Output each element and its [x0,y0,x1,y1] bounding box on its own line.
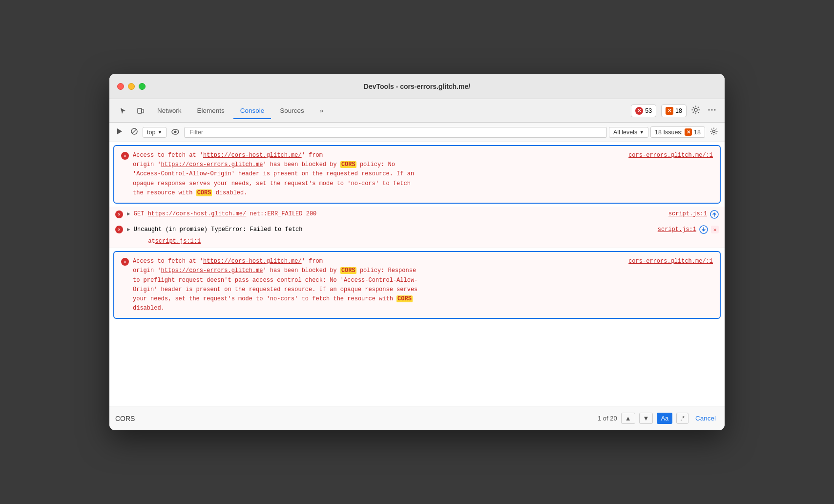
cors-badge-2: CORS [196,189,212,196]
gear-icon [691,105,700,114]
svg-rect-0 [138,108,142,113]
context-selector[interactable]: top ▼ [143,127,167,138]
warning-badge-icon: ✕ [666,107,673,115]
warning-count-badge[interactable]: ✕ 18 [661,105,687,117]
eye-icon [171,129,179,135]
svg-point-3 [709,109,710,110]
log-levels-selector[interactable]: All levels ▼ [609,127,648,138]
search-next-btn[interactable]: ▼ [639,413,653,424]
close-button[interactable] [117,83,124,90]
tab-network[interactable]: Network [150,103,188,119]
svg-point-4 [711,109,713,110]
source-link-2[interactable]: script.js:1 [668,210,707,219]
search-input[interactable] [115,415,594,422]
error-text-1: Access to fetch at 'https://cors-host.gl… [133,151,713,198]
search-count: 1 of 20 [598,415,617,422]
console-error-entry-2: ✕ ▶ GET https://cors-host.glitch.me/ net… [109,207,725,222]
ellipsis-icon [708,106,716,114]
chevron-down-icon: ▼ [157,129,162,135]
block-icon [131,128,138,135]
cors-badge-3: CORS [340,267,356,274]
tab-more[interactable]: » [313,103,331,119]
issues-count: 18 [694,129,701,136]
cors-host-link-1[interactable]: https://cors-host.glitch.me/ [203,152,302,159]
run-script-btn[interactable] [113,126,126,138]
issues-btn[interactable]: 18 Issues: ✕ 18 [650,126,705,138]
console-content: ✕ Access to fetch at 'https://cors-host.… [109,142,725,406]
download-icon-3[interactable] [699,225,708,234]
eye-icon-btn[interactable] [168,126,182,138]
source-link-1[interactable]: cors-errors.glitch.me/:1 [628,151,713,160]
issues-warn-icon: ✕ [685,128,692,136]
error-text-2: ▶ GET https://cors-host.glitch.me/ net::… [127,210,719,219]
traffic-lights [117,83,146,90]
svg-point-11 [713,130,715,132]
cursor-icon-btn[interactable] [115,104,131,118]
expand-arrow-2[interactable]: ▶ [127,211,130,217]
console-error-entry-1: ✕ Access to fetch at 'https://cors-host.… [113,145,721,204]
search-cancel-btn[interactable]: Cancel [692,413,719,424]
error-icon-1: ✕ [121,152,129,160]
console-error-entry-3: ✕ ▶ Uncaught (in promise) TypeError: Fai… [109,222,725,248]
error-text-4: Access to fetch at 'https://cors-host.gl… [133,257,713,313]
search-bar: 1 of 20 ▲ ▼ Aa .* Cancel [109,406,725,430]
play-icon [116,128,123,135]
cursor-icon [119,107,127,115]
get-link-2[interactable]: https://cors-host.glitch.me/ [148,210,247,217]
close-btn-3[interactable]: ✕ [711,226,719,233]
regex-btn[interactable]: .* [676,413,688,424]
upload-icon-2[interactable] [710,210,719,219]
warning-count: 18 [675,107,682,114]
error-icon-4: ✕ [121,258,129,266]
device-toggle-btn[interactable] [133,104,148,118]
svg-line-8 [132,129,136,133]
devtools-window: DevTools - cors-errors.glitch.me/ Networ… [109,74,725,430]
clear-console-btn[interactable] [128,126,141,138]
console-toolbar: top ▼ All levels ▼ 18 Issues: ✕ 18 [109,123,725,142]
svg-marker-6 [117,128,122,134]
tab-console[interactable]: Console [233,103,271,119]
case-sensitive-btn[interactable]: Aa [657,413,672,424]
svg-point-10 [174,130,177,133]
console-settings-btn[interactable] [707,125,721,140]
minimize-button[interactable] [128,83,135,90]
settings-btn[interactable] [688,103,703,119]
chevron-down-icon: ▼ [639,129,644,135]
main-toolbar: Network Elements Console Sources » ✕ 53 … [109,99,725,123]
svg-point-5 [714,109,716,110]
cors-badge-1: CORS [340,161,356,168]
issues-label: 18 Issues: [655,129,683,136]
error-badge-icon: ✕ [635,107,643,115]
error-count: 53 [645,107,652,114]
gear-icon [710,127,718,135]
context-label: top [147,129,155,136]
console-error-entry-4: ✕ Access to fetch at 'https://cors-host.… [113,251,721,319]
search-prev-btn[interactable]: ▲ [621,413,635,424]
cors-host-link-4[interactable]: https://cors-host.glitch.me/ [203,258,302,265]
filter-input[interactable] [184,127,607,138]
tab-elements[interactable]: Elements [190,103,231,119]
expand-arrow-3[interactable]: ▶ [127,227,130,232]
error-icon-2: ✕ [115,210,123,218]
maximize-button[interactable] [139,83,146,90]
svg-point-2 [694,108,697,111]
error-icon-3: ✕ [115,226,123,233]
source-link-3[interactable]: script.js:1 [658,226,696,233]
window-title: DevTools - cors-errors.glitch.me/ [364,83,470,90]
titlebar: DevTools - cors-errors.glitch.me/ [109,74,725,99]
device-icon [137,107,145,115]
error-count-badge[interactable]: ✕ 53 [631,105,656,117]
at-link-3[interactable]: script.js:1:1 [155,238,201,245]
cors-errors-link-1[interactable]: https://cors-errors.glitch.me [161,161,263,168]
more-options-btn[interactable] [705,103,719,119]
source-link-4[interactable]: cors-errors.glitch.me/:1 [628,257,713,266]
cors-badge-4: CORS [396,295,413,302]
cors-errors-link-4[interactable]: https://cors-errors.glitch.me [161,267,263,274]
levels-label: All levels [613,129,637,136]
tab-sources[interactable]: Sources [273,103,311,119]
